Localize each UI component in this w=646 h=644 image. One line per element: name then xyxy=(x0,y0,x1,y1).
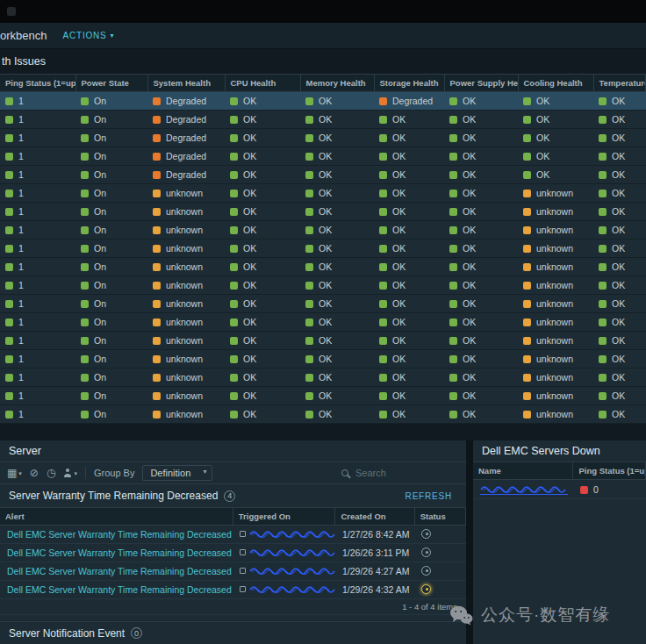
column-header[interactable]: Power State xyxy=(75,75,147,92)
health-row[interactable]: 1OnunknownOKOKOKOKunknownOK xyxy=(0,387,646,405)
cell-value: On xyxy=(94,225,106,235)
cell-value: OK xyxy=(612,280,625,290)
health-row[interactable]: 1OnunknownOKOKOKOKunknownOK xyxy=(0,405,646,424)
cell-value: 1 xyxy=(18,390,24,401)
column-header[interactable]: Memory Health xyxy=(300,75,374,92)
cell-value: OK xyxy=(243,280,256,290)
health-row[interactable]: 1OnunknownOKOKOKOKunknownOK xyxy=(0,184,646,203)
cell-value: Degraded xyxy=(166,96,206,106)
redacted-scribble[interactable] xyxy=(249,584,335,593)
alert-row[interactable]: Dell EMC Server Warranty Time Remaining … xyxy=(0,544,466,562)
health-table-header-row: Ping Status (1=up | 0=do...Power StateSy… xyxy=(0,75,646,92)
health-row[interactable]: 1OnDegradedOKOKDegradedOKOKOK xyxy=(0,92,646,111)
status-square-icon xyxy=(5,208,13,216)
column-header[interactable]: Power Supply Health xyxy=(444,75,518,92)
column-header[interactable]: Ping Status (1=up | 0=do... xyxy=(0,75,75,92)
column-header[interactable]: Temperature He xyxy=(593,75,646,92)
health-row[interactable]: 1OnDegradedOKOKOKOKOKOK xyxy=(0,111,646,129)
column-header[interactable]: Ping Status (1=up | xyxy=(573,462,646,480)
cell-value: unknown xyxy=(166,261,203,272)
status-square-icon xyxy=(379,245,387,253)
health-row[interactable]: 1OnunknownOKOKOKOKunknownOK xyxy=(0,258,646,276)
server-name-link[interactable] xyxy=(480,484,568,495)
health-row[interactable]: 1OnunknownOKOKOKOKunknownOK xyxy=(0,203,646,221)
alert-link[interactable]: Dell EMC Server Warranty Time Remaining … xyxy=(7,584,232,595)
column-header[interactable]: Alert xyxy=(0,508,233,526)
alert-link[interactable]: Dell EMC Server Warranty Time Remaining … xyxy=(7,566,232,576)
health-cell: Degraded xyxy=(147,166,225,184)
health-row[interactable]: 1OnunknownOKOKOKOKunknownOK xyxy=(0,276,646,295)
status-square-icon xyxy=(81,134,89,142)
refresh-button[interactable]: REFRESH xyxy=(400,490,457,502)
cell-value: unknown xyxy=(536,390,573,401)
status-square-icon xyxy=(230,282,238,290)
health-cell: OK xyxy=(444,313,518,332)
cell-value: unknown xyxy=(536,409,573,419)
status-square-icon xyxy=(305,355,313,363)
health-cell: OK xyxy=(593,147,646,166)
cell-value: OK xyxy=(319,96,332,106)
health-row[interactable]: 1OnunknownOKOKOKOKunknownOK xyxy=(0,240,646,258)
health-cell: OK xyxy=(518,129,593,147)
alert-status-icon[interactable] xyxy=(421,584,431,594)
health-cell: OK xyxy=(374,129,444,147)
column-header[interactable]: CPU Health xyxy=(225,75,300,92)
cell-value: On xyxy=(94,169,106,180)
alert-status-icon[interactable] xyxy=(421,566,431,576)
alert-link[interactable]: Dell EMC Server Warranty Time Remaining … xyxy=(7,529,232,540)
health-row[interactable]: 1OnDegradedOKOKOKOKOKOK xyxy=(0,166,646,184)
column-header[interactable]: Cooling Health xyxy=(518,75,593,92)
alert-link[interactable]: Dell EMC Server Warranty Time Remaining … xyxy=(7,547,232,558)
status-square-icon xyxy=(523,411,531,419)
health-row[interactable]: 1OnDegradedOKOKOKOKOKOK xyxy=(0,147,646,166)
history-clock-icon[interactable]: ◷ xyxy=(47,468,55,478)
alert-row[interactable]: Dell EMC Server Warranty Time Remaining … xyxy=(0,581,466,599)
alert-status-icon[interactable] xyxy=(421,547,431,557)
health-cell: OK xyxy=(225,92,300,111)
search-input[interactable] xyxy=(354,467,459,479)
pagination-label: 1 - 4 of 4 items xyxy=(0,599,466,615)
status-square-icon xyxy=(523,208,531,216)
health-cell: unknown xyxy=(518,313,593,332)
column-header[interactable]: Status xyxy=(414,508,465,526)
view-grid-button[interactable]: ▦▾ xyxy=(7,468,22,478)
health-row[interactable]: 1OnDegradedOKOKOKOKOKOK xyxy=(0,129,646,147)
health-cell: OK xyxy=(225,387,300,405)
cell-value: OK xyxy=(243,169,256,180)
status-square-icon xyxy=(153,245,161,253)
column-header[interactable]: Created On xyxy=(335,508,414,526)
column-header[interactable]: Storage Health xyxy=(374,75,444,92)
health-cell: OK xyxy=(593,405,646,424)
health-row[interactable]: 1OnunknownOKOKOKOKunknownOK xyxy=(0,221,646,240)
actions-menu-button[interactable]: ACTIONS ▾ xyxy=(59,29,118,42)
health-row[interactable]: 1OnunknownOKOKOKOKunknownOK xyxy=(0,369,646,387)
health-row[interactable]: 1OnunknownOKOKOKOKunknownOK xyxy=(0,295,646,313)
column-header[interactable]: Triggered On xyxy=(233,508,335,526)
server-down-row[interactable]: 0 xyxy=(473,480,646,499)
health-cell: unknown xyxy=(147,184,225,203)
cell-value: OK xyxy=(319,243,332,254)
alert-row[interactable]: Dell EMC Server Warranty Time Remaining … xyxy=(0,526,466,544)
alert-status-icon[interactable] xyxy=(421,529,431,539)
clear-filter-icon[interactable]: ⊘ xyxy=(30,468,39,478)
health-row[interactable]: 1OnunknownOKOKOKOKunknownOK xyxy=(0,332,646,350)
triggered-cell xyxy=(233,544,335,562)
cell-value: OK xyxy=(612,409,625,419)
status-square-icon xyxy=(153,411,161,419)
column-header[interactable]: System Health xyxy=(147,75,225,92)
redacted-scribble[interactable] xyxy=(249,547,335,556)
status-square-icon xyxy=(230,153,238,161)
cell-value: OK xyxy=(463,354,476,364)
status-square-icon xyxy=(599,337,607,345)
status-square-icon xyxy=(153,392,161,400)
group-by-select[interactable]: Definition xyxy=(142,465,212,481)
redacted-scribble[interactable] xyxy=(249,529,335,538)
redacted-scribble[interactable] xyxy=(480,484,568,493)
column-header[interactable]: Name xyxy=(473,462,573,480)
alert-row[interactable]: Dell EMC Server Warranty Time Remaining … xyxy=(0,562,466,581)
status-square-icon xyxy=(305,190,313,197)
health-row[interactable]: 1OnunknownOKOKOKOKunknownOK xyxy=(0,313,646,332)
owner-filter-button[interactable]: ▾ xyxy=(63,469,77,477)
health-row[interactable]: 1OnunknownOKOKOKOKunknownOK xyxy=(0,350,646,369)
redacted-scribble[interactable] xyxy=(249,566,335,575)
